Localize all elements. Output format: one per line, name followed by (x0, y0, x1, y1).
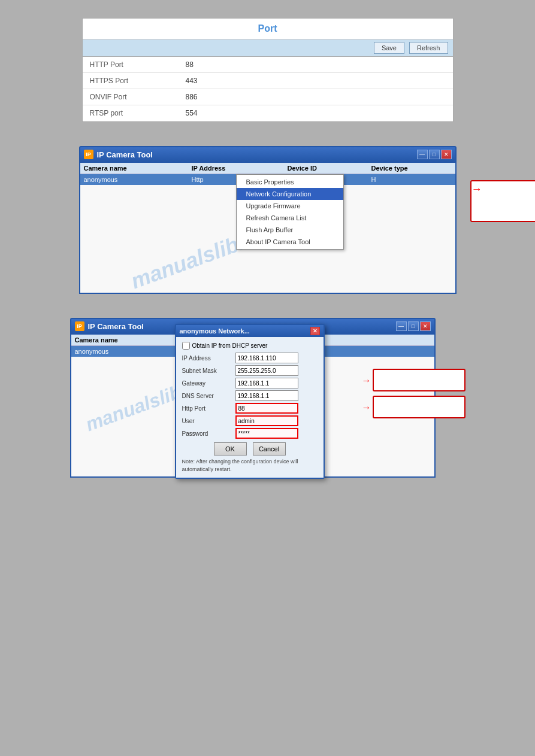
net-dialog-titlebar: anonymous Network... ✕ (176, 325, 324, 337)
context-menu-item[interactable]: Network Configuration (237, 188, 343, 200)
port-section: Port Save Refresh HTTP Port88HTTPS Port4… (82, 18, 454, 122)
dhcp-row: Obtain IP from DHCP server (182, 342, 318, 350)
table-row: RTSP port554 (83, 105, 453, 122)
window-controls-top: — □ ✕ (417, 150, 452, 159)
network-dialog: anonymous Network... ✕ Obtain IP from DH… (175, 324, 325, 479)
context-menu-item[interactable]: Upgrade Firmware (237, 200, 343, 212)
net-dialog-title: anonymous Network... (180, 327, 250, 335)
net-field-input[interactable] (235, 428, 298, 439)
col-device-type: Device type (371, 165, 443, 172)
port-title: Port (83, 19, 453, 40)
context-menu-item[interactable]: Flush Arp Buffer (237, 224, 343, 236)
ip-camera-tool-top: IP IP Camera Tool — □ ✕ Camera name IP A… (79, 146, 457, 294)
context-menu-item[interactable]: About IP Camera Tool (237, 236, 343, 248)
net-btn-row: OK Cancel (182, 442, 318, 456)
net-field-input[interactable] (235, 365, 298, 376)
net-field-label: Http Port (182, 405, 233, 412)
net-field-row: Password (182, 428, 318, 439)
net-field-label: User (182, 418, 233, 424)
col-device-id: Device ID (288, 165, 371, 172)
maximize-button-bottom[interactable]: □ (408, 321, 419, 331)
net-field-input[interactable] (235, 378, 298, 388)
net-dialog-body: Obtain IP from DHCP server IP AddressSub… (176, 337, 324, 478)
arrow-right-top: → (471, 183, 482, 196)
net-dialog-close-button[interactable]: ✕ (310, 327, 320, 335)
net-field-row: DNS Server (182, 390, 318, 401)
ok-button[interactable]: OK (214, 442, 247, 456)
camera-device-type: H (371, 176, 443, 183)
app-icon-bottom: IP (75, 321, 84, 331)
save-button[interactable]: Save (374, 42, 404, 54)
net-field-row: IP Address (182, 353, 318, 363)
col-camera-name: Camera name (84, 165, 192, 172)
maximize-button[interactable]: □ (429, 150, 440, 159)
callout-box-http (373, 369, 466, 391)
context-menu-item[interactable]: Refresh Camera List (237, 212, 343, 224)
net-field-input[interactable] (235, 415, 298, 426)
net-field-label: Gateway (182, 380, 233, 387)
net-field-row: Gateway (182, 378, 318, 388)
arrow-user-pass: → (362, 402, 371, 413)
window-controls-bottom: — □ ✕ (396, 321, 431, 331)
net-field-row: Http Port (182, 403, 318, 414)
table-row: HTTPS Port443 (83, 73, 453, 89)
net-note: Note: After changing the configuration d… (182, 458, 318, 473)
net-field-input[interactable] (235, 403, 298, 414)
net-field-label: DNS Server (182, 393, 233, 399)
col-camera-name-bottom: Camera name (75, 336, 183, 344)
dhcp-checkbox[interactable] (182, 342, 190, 350)
bottom-section: IP IP Camera Tool — □ ✕ Camera name Devi… (70, 318, 466, 485)
net-field-input[interactable] (235, 390, 298, 401)
window-titlebar-top: IP IP Camera Tool — □ ✕ (79, 146, 457, 163)
camera-name-bottom: anonymous (75, 348, 183, 355)
context-menu-item[interactable]: Basic Properties (237, 176, 343, 188)
window-title-bottom: IP Camera Tool (88, 322, 144, 331)
window-body-top: Camera name IP Address Device ID Device … (79, 163, 457, 294)
port-toolbar: Save Refresh (83, 40, 453, 57)
net-field-row: Subnet Mask (182, 365, 318, 376)
table-row: HTTP Port88 (83, 57, 453, 73)
minimize-button-bottom[interactable]: — (396, 321, 407, 331)
table-row: ONVIF Port886 (83, 89, 453, 105)
close-button[interactable]: ✕ (441, 150, 452, 159)
net-field-label: Subnet Mask (182, 368, 233, 374)
col-ip-address: IP Address (192, 165, 288, 172)
port-table: HTTP Port88HTTPS Port443ONVIF Port886RTS… (83, 57, 453, 122)
arrow-http: → (362, 375, 371, 386)
camera-name: anonymous (84, 176, 192, 183)
minimize-button[interactable]: — (417, 150, 428, 159)
callout-box-user-pass (373, 396, 466, 418)
refresh-button[interactable]: Refresh (409, 42, 448, 54)
app-icon: IP (84, 150, 93, 159)
column-headers: Camera name IP Address Device ID Device … (80, 163, 455, 174)
net-field-input[interactable] (235, 353, 298, 363)
cancel-button[interactable]: Cancel (253, 442, 286, 456)
net-field-label: IP Address (182, 355, 233, 362)
dhcp-label: Obtain IP from DHCP server (192, 342, 268, 349)
window-title-top: IP Camera Tool (97, 150, 153, 159)
net-field-label: Password (182, 430, 233, 437)
net-field-row: User (182, 415, 318, 426)
context-menu: Basic PropertiesNetwork ConfigurationUpg… (236, 174, 344, 250)
close-button-bottom[interactable]: ✕ (420, 321, 431, 331)
